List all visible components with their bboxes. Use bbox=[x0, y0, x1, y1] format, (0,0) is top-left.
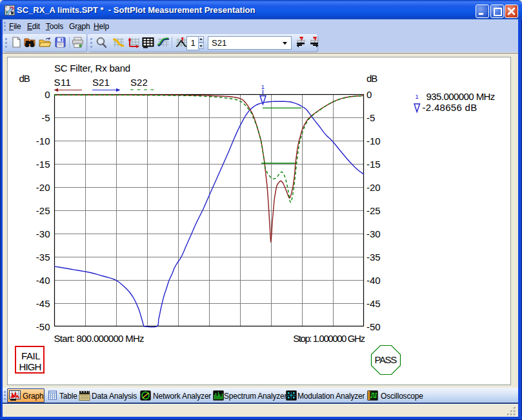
svg-text:-30: -30 bbox=[36, 228, 50, 239]
svg-text:-25: -25 bbox=[36, 205, 50, 216]
svg-text:Start: 800.000000 MHz: Start: 800.000000 MHz bbox=[54, 333, 145, 344]
svg-text:FAIL: FAIL bbox=[21, 350, 40, 361]
svg-text:-40: -40 bbox=[36, 275, 50, 286]
svg-text:-35: -35 bbox=[36, 252, 50, 263]
svg-text:-10: -10 bbox=[36, 135, 50, 146]
svg-text:0: 0 bbox=[366, 89, 372, 100]
svg-text:-50: -50 bbox=[366, 321, 381, 332]
svg-text:-5: -5 bbox=[366, 112, 375, 123]
svg-text:-15: -15 bbox=[366, 159, 381, 170]
svg-text:-35: -35 bbox=[366, 252, 381, 263]
svg-text:dB: dB bbox=[366, 73, 377, 84]
svg-text:-20: -20 bbox=[36, 182, 50, 193]
svg-text:S22: S22 bbox=[130, 77, 148, 88]
svg-text:S11: S11 bbox=[54, 77, 72, 88]
svg-text:HIGH: HIGH bbox=[19, 361, 41, 372]
svg-text:1: 1 bbox=[416, 93, 419, 100]
svg-text:-20: -20 bbox=[366, 182, 381, 193]
svg-text:-40: -40 bbox=[366, 275, 381, 286]
svg-text:PASS: PASS bbox=[375, 354, 397, 365]
svg-text:-5: -5 bbox=[41, 112, 50, 123]
svg-text:-15: -15 bbox=[36, 159, 50, 170]
svg-text:SC Filter, Rx band: SC Filter, Rx band bbox=[54, 63, 130, 74]
svg-text:-45: -45 bbox=[366, 298, 381, 309]
svg-text:-2.48656 dB: -2.48656 dB bbox=[423, 102, 477, 113]
svg-text:-45: -45 bbox=[36, 298, 50, 309]
svg-text:1: 1 bbox=[261, 83, 265, 90]
svg-text:-50: -50 bbox=[36, 321, 50, 332]
svg-text:-30: -30 bbox=[366, 228, 381, 239]
svg-text:-25: -25 bbox=[366, 205, 381, 216]
svg-text:S21: S21 bbox=[92, 77, 110, 88]
svg-text:0: 0 bbox=[45, 89, 50, 100]
svg-text:dB: dB bbox=[19, 73, 30, 84]
svg-text:Stop: 1.000000 GHz: Stop: 1.000000 GHz bbox=[293, 333, 365, 344]
svg-text:935.000000 MHz: 935.000000 MHz bbox=[427, 91, 495, 102]
svg-text:-10: -10 bbox=[366, 135, 381, 146]
